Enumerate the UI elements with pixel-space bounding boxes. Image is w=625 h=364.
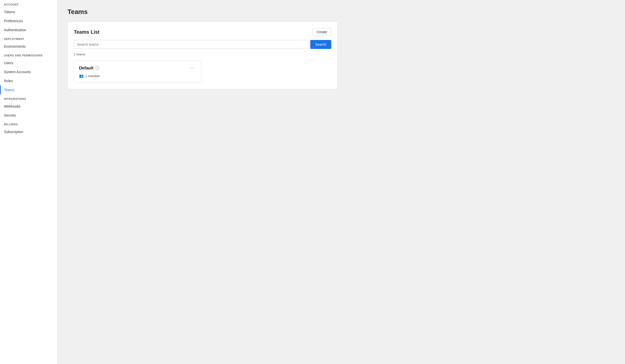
create-button[interactable]: Create xyxy=(312,28,331,36)
sidebar-item-webhooks[interactable]: Webhooks xyxy=(0,102,57,111)
search-row: Search xyxy=(74,40,331,49)
team-name-row: Default i xyxy=(79,66,100,71)
teams-list-header: Teams List Create xyxy=(74,28,331,36)
more-options-button[interactable]: ··· xyxy=(188,65,196,71)
sidebar-item-system-accounts[interactable]: System Accounts xyxy=(0,67,57,76)
sidebar-section-billings: BILLINGS xyxy=(0,120,57,127)
sidebar-item-secrets[interactable]: Secrets xyxy=(0,111,57,120)
search-input[interactable] xyxy=(74,40,308,49)
sidebar: ACCOUNTTokensPreferencesAuthenticationDE… xyxy=(0,0,58,364)
team-members-row: 👥 1 member xyxy=(79,74,196,78)
team-card-header: Default i ··· xyxy=(79,65,196,71)
members-icon: 👥 xyxy=(79,74,84,78)
page-title: Teams xyxy=(68,8,615,16)
team-members-count: 1 member xyxy=(85,74,100,78)
sidebar-item-authentication[interactable]: Authentication xyxy=(0,25,57,34)
teams-count: 1 teams xyxy=(74,52,331,56)
main-content: Teams Teams List Create Search 1 teams D… xyxy=(58,0,625,364)
sidebar-item-tokens[interactable]: Tokens xyxy=(0,7,57,16)
teams-list-title: Teams List xyxy=(74,29,100,35)
sidebar-item-users[interactable]: Users xyxy=(0,58,57,67)
sidebar-section-deployment: DEPLOYMENT xyxy=(0,34,57,42)
sidebar-item-teams[interactable]: Teams xyxy=(0,85,57,94)
sidebar-section-account: ACCOUNT xyxy=(0,0,57,7)
team-name: Default xyxy=(79,66,94,71)
team-card: Default i ··· 👥 1 member xyxy=(74,60,201,83)
sidebar-item-roles[interactable]: Roles xyxy=(0,76,57,85)
sidebar-section-integrations: INTEGRATIONS xyxy=(0,94,57,102)
sidebar-item-subscription[interactable]: Subscription xyxy=(0,127,57,136)
sidebar-section-users-and-permissions: USERS AND PERMISSIONS xyxy=(0,51,57,58)
sidebar-item-preferences[interactable]: Preferences xyxy=(0,16,57,25)
search-button[interactable]: Search xyxy=(310,40,331,49)
teams-list-card: Teams List Create Search 1 teams Default… xyxy=(68,22,338,89)
sidebar-item-environments[interactable]: Environments xyxy=(0,42,57,51)
info-icon[interactable]: i xyxy=(96,66,100,70)
